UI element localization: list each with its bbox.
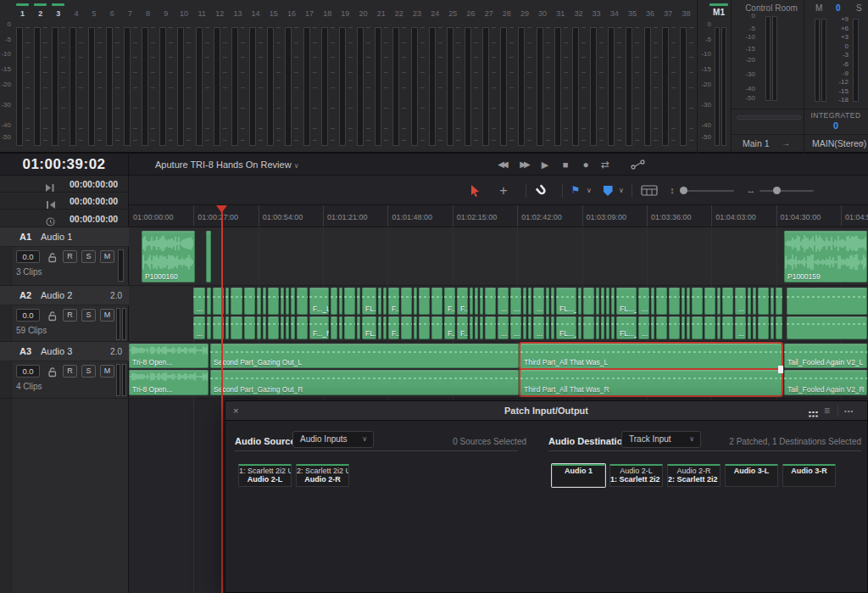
a2-clip[interactable]: F..._L [388, 288, 399, 315]
options-icon[interactable]: ••• [844, 401, 854, 421]
track-name[interactable]: Audio 3 [41, 342, 72, 361]
a2-clip[interactable]: F..._L [309, 288, 329, 315]
a2-clip[interactable] [268, 288, 279, 315]
a2-clip[interactable] [401, 288, 412, 315]
a2-clip[interactable] [656, 288, 667, 315]
range-field-duration[interactable]: 00:00:00:00 [0, 210, 129, 227]
a2-clip[interactable] [606, 288, 609, 315]
grid-view-icon[interactable] [809, 401, 811, 421]
flag-icon[interactable]: ⚑ [570, 176, 581, 205]
a2-clip[interactable] [669, 288, 680, 315]
a2-clip[interactable]: ... [510, 288, 521, 315]
a2-clip[interactable] [596, 288, 599, 315]
marker-icon[interactable] [602, 176, 614, 205]
marker-chevron-icon[interactable]: ∨ [617, 176, 626, 205]
clip-Tail_Fooled Again V2[interactable]: Tail_Fooled Again V2_R [784, 370, 867, 395]
s-button[interactable]: S [81, 309, 96, 322]
a2-clip[interactable] [776, 316, 782, 339]
a2-clip[interactable] [414, 288, 417, 315]
track-header-a2[interactable]: A2Audio 22.00.0RSM59 Clips [0, 286, 129, 342]
a2-clip[interactable]: ... [735, 288, 746, 315]
a2-clip[interactable] [286, 288, 289, 315]
a2-clip[interactable] [378, 288, 381, 315]
a2-clip[interactable] [257, 316, 261, 339]
m-button[interactable]: M [100, 250, 114, 263]
a2-clip[interactable] [704, 288, 715, 315]
a2-clip[interactable] [601, 288, 604, 315]
audio-destination-dropdown[interactable]: Track Input ∨ [621, 431, 701, 448]
clip-a1-1[interactable] [206, 231, 211, 283]
a2-clip[interactable]: F..._L [444, 288, 455, 315]
timeline-ruler[interactable]: 01:00:00:0001:00:27:0001:00:54:0001:01:2… [129, 205, 868, 227]
a2-clip[interactable] [383, 316, 387, 339]
a2-clip[interactable] [651, 288, 654, 315]
a2-clip[interactable] [748, 288, 751, 315]
vertical-zoom-knob[interactable] [680, 187, 687, 194]
a2-clip[interactable] [331, 316, 337, 339]
a2-clip[interactable] [281, 316, 284, 339]
a2-clip[interactable]: FL..._L [362, 288, 376, 315]
range-field-in-point[interactable]: 00:00:00:00 [0, 176, 129, 193]
a2-clip[interactable] [692, 316, 703, 339]
a2-clip[interactable] [431, 288, 442, 315]
track-view-icon[interactable] [639, 176, 659, 205]
a2-clip[interactable]: FL..._R [362, 316, 376, 339]
lock-icon[interactable] [47, 310, 58, 321]
a2-clip[interactable] [722, 316, 733, 339]
a2-clip[interactable] [419, 288, 430, 315]
clip-P1000160[interactable]: P1000160 [142, 231, 195, 283]
a2-clip[interactable] [583, 316, 594, 339]
timeline-selector[interactable]: Aputure TRI-8 Hands On Review ∨ [155, 154, 299, 176]
a2-clip[interactable] [475, 288, 478, 315]
r-button[interactable]: R [63, 309, 77, 322]
patch-button-audio-2-l[interactable]: 1: Scarlett 2i2 USAudio 2-L [238, 464, 292, 487]
clip-Third Part_All That Was[interactable]: Third Part_All That Was_L [520, 344, 782, 368]
a2-clip[interactable] [475, 316, 478, 339]
a2-clip[interactable] [611, 316, 615, 339]
a2-clip[interactable] [485, 288, 496, 315]
a2-clip[interactable] [717, 288, 721, 315]
m-button[interactable]: M [100, 365, 114, 378]
m-button[interactable]: M [100, 309, 114, 322]
a2-clip[interactable] [611, 288, 615, 315]
a2-clip[interactable] [551, 288, 554, 315]
a2-clip[interactable] [225, 316, 229, 339]
a2-clip[interactable] [207, 288, 211, 315]
fast-forward-button[interactable]: ▶▶ [515, 154, 532, 176]
range-tool-icon[interactable]: + [495, 176, 512, 205]
a2-clip[interactable] [344, 316, 355, 339]
a2-clip[interactable] [231, 288, 242, 315]
a2-clip[interactable] [297, 316, 308, 339]
patch-button-audio-1[interactable]: Audio 1 [552, 464, 605, 487]
a2-clip[interactable] [485, 316, 496, 339]
track-gain-field[interactable]: 0.0 [16, 309, 40, 322]
a2-clip[interactable] [523, 288, 526, 315]
a2-clip[interactable] [339, 288, 342, 315]
a2-clip[interactable] [383, 288, 387, 315]
r-button[interactable]: R [63, 250, 77, 263]
clip-Second Part_Gazing Out[interactable]: Second Part_Gazing Out_R [210, 370, 519, 395]
a2-clip[interactable] [771, 316, 774, 339]
a2-clip[interactable] [748, 316, 751, 339]
a2-clip[interactable] [551, 316, 554, 339]
track-header-a1[interactable]: A1Audio 10.0RSM3 Clips [0, 227, 129, 286]
a2-clip[interactable] [758, 316, 769, 339]
a2-clip[interactable]: ... [193, 316, 205, 339]
pointer-tool-icon[interactable] [466, 176, 483, 205]
a2-clip[interactable]: ... [498, 288, 509, 315]
control-room-volume-slider[interactable] [737, 115, 801, 120]
a2-clip[interactable] [357, 316, 360, 339]
a2-clip[interactable] [419, 316, 430, 339]
a2-clip[interactable]: FL..._L [616, 288, 637, 315]
a2-clip[interactable] [268, 316, 279, 339]
a2-clip[interactable] [528, 316, 531, 339]
clip-Third Part_All That Was[interactable]: Third Part_All That Was_R [520, 370, 782, 395]
clip-Tri-8 Open...[interactable]: Tri-8 Open... [129, 344, 209, 368]
s-button[interactable]: S [81, 365, 96, 378]
a2-clip[interactable] [578, 288, 581, 315]
monitor-source[interactable]: Main 1 [743, 138, 770, 148]
a2-clip[interactable] [578, 316, 581, 339]
patch-button-1-scarlett-2i2-us[interactable]: Audio 2-L1: Scarlett 2i2 US [609, 464, 663, 487]
a2-clip[interactable] [225, 288, 229, 315]
a2-clip[interactable] [601, 316, 604, 339]
